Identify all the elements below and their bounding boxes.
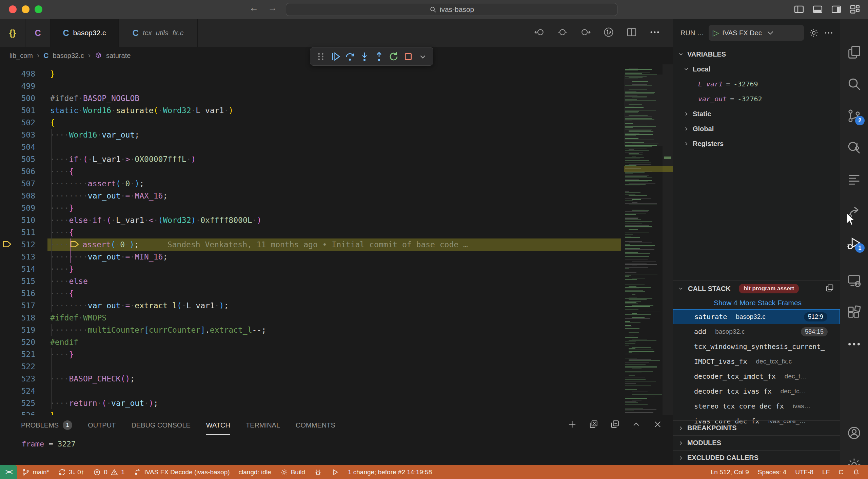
copy-callstack-icon[interactable]	[825, 283, 834, 294]
code-line-502[interactable]: 502{	[0, 117, 624, 129]
stack-frame-row[interactable]: tcx_windowing_synthesis_current_	[673, 339, 840, 354]
remote-indicator[interactable]: ><	[0, 465, 17, 479]
command-center-search[interactable]: ivas-basop	[286, 3, 617, 16]
code-line-515[interactable]: 515····else	[0, 275, 624, 287]
watch-expression-row[interactable]: frame = 3227	[0, 435, 673, 448]
close-all-icon[interactable]	[589, 419, 598, 431]
tab-tcx_utils_fx.c[interactable]: Ctcx_utils_fx.c	[119, 19, 198, 47]
gutter-frame-pointer-icon[interactable]	[2, 240, 12, 249]
variables-group-local[interactable]: Local	[673, 62, 840, 77]
chevron-down-icon[interactable]	[678, 286, 684, 292]
split-editor-icon[interactable]	[626, 26, 637, 39]
start-debug-icon[interactable]: ▷	[713, 28, 719, 38]
history-back-icon[interactable]: ←	[249, 3, 258, 13]
toggle-sidebar-right-icon[interactable]	[831, 4, 842, 16]
code-line-514[interactable]: 514····}	[0, 263, 624, 275]
debug-chevron-down-icon[interactable]	[417, 49, 428, 64]
close-window-button[interactable]	[9, 5, 17, 13]
breadcrumb-folder[interactable]: lib_com	[9, 52, 33, 60]
code-line-525[interactable]: 525····return·(·var_out·);	[0, 397, 624, 409]
section-modules[interactable]: MODULES	[673, 435, 840, 450]
language-mode[interactable]: C	[834, 465, 848, 479]
panel-tab-output[interactable]: OUTPUT	[88, 415, 116, 435]
launch-config-dropdown[interactable]: ▷ IVAS FX Dec	[709, 25, 804, 41]
debug-step-over-icon[interactable]	[344, 49, 355, 64]
close-icon[interactable]	[653, 419, 663, 431]
clangd-status[interactable]: clangd: idle	[234, 465, 276, 479]
section-breakpoints[interactable]: BREAKPOINTS	[673, 420, 840, 435]
cursor-position[interactable]: Ln 512, Col 9	[706, 465, 753, 479]
breadcrumb-file[interactable]: basop32.c	[53, 52, 84, 60]
variables-header[interactable]: VARIABLES	[673, 47, 840, 62]
section-excluded-callers[interactable]: EXCLUDED CALLERS	[673, 450, 840, 465]
show-more-frames-link[interactable]: Show 4 More Stack Frames	[673, 296, 840, 309]
debug-continue-icon[interactable]	[330, 49, 341, 64]
debug-step-out-icon[interactable]	[373, 49, 384, 64]
debug-stop-icon[interactable]	[402, 49, 414, 64]
debug-icon[interactable]: 1	[840, 231, 868, 255]
breadcrumb-symbol[interactable]: saturate	[106, 52, 131, 60]
minimap[interactable]	[624, 64, 663, 415]
code-line-513[interactable]: 513········var_out·=·MIN_16;	[0, 251, 624, 263]
build-status[interactable]: Build	[276, 465, 310, 479]
explorer-icon[interactable]	[840, 40, 868, 64]
debug-session-status[interactable]: IVAS FX Decode (ivas-basop)	[129, 465, 234, 479]
variables-group-static[interactable]: Static	[673, 106, 840, 121]
stack-frame-row[interactable]: IMDCT_ivas_fxdec_tcx_fx.c	[673, 354, 840, 369]
more-icon[interactable]	[840, 332, 868, 356]
stack-frame-row[interactable]: stereo_tcx_core_dec_fxivas…	[673, 399, 840, 414]
code-line-523[interactable]: 523····BASOP_CHECK();	[0, 373, 624, 385]
panel-tab-problems[interactable]: PROBLEMS1	[21, 415, 72, 435]
variables-group-registers[interactable]: Registers	[673, 136, 840, 151]
code-line-520[interactable]: 520#endif	[0, 336, 624, 348]
outline-list-icon[interactable]	[840, 167, 868, 192]
problems-status[interactable]: 0 1	[88, 465, 129, 479]
panel-tab-watch[interactable]: WATCH	[206, 415, 230, 435]
next-change-icon[interactable]	[580, 26, 591, 39]
eol-status[interactable]: LF	[818, 465, 834, 479]
search-icon[interactable]	[840, 72, 868, 96]
code-line-518[interactable]: 518#ifdef·WMOPS	[0, 312, 624, 324]
history-forward-icon[interactable]: →	[268, 3, 277, 13]
panel-tab-debug-console[interactable]: DEBUG CONSOLE	[131, 415, 190, 435]
customize-layout-icon[interactable]	[849, 4, 861, 16]
run-label[interactable]: RUN …	[680, 29, 704, 37]
code-line-507[interactable]: 507········assert(·0·);	[0, 178, 624, 190]
indentation-status[interactable]: Spaces: 4	[753, 465, 791, 479]
code-line-517[interactable]: 517········var_out·=·extract_l(·L_var1·)…	[0, 299, 624, 312]
search-commit-icon[interactable]	[840, 136, 868, 160]
add-icon[interactable]	[567, 419, 577, 431]
more-actions-icon[interactable]	[824, 28, 834, 38]
extensions-icon[interactable]	[840, 300, 868, 325]
collapse-all-icon[interactable]	[610, 419, 620, 431]
tab-pinned-0[interactable]: {}	[0, 19, 25, 47]
account-icon[interactable]	[840, 421, 868, 445]
more-icon[interactable]	[649, 26, 660, 39]
stack-frame-row[interactable]: decoder_tcx_imdct_fxdec_t…	[673, 369, 840, 384]
panel-tab-terminal[interactable]: TERMINAL	[246, 415, 280, 435]
code-line-522[interactable]: 522	[0, 360, 624, 373]
zoom-window-button[interactable]	[35, 5, 42, 13]
code-line-516[interactable]: 516····{	[0, 287, 624, 299]
editor-scrollbar[interactable]	[663, 64, 673, 415]
code-line-501[interactable]: 501static·Word16·saturate(·Word32·L_var1…	[0, 104, 624, 117]
debug-step-into-icon[interactable]	[359, 49, 370, 64]
debug-grip-icon[interactable]	[315, 49, 326, 64]
debug-restart-icon[interactable]	[388, 49, 399, 64]
code-line-508[interactable]: 508········var_out·=·MAX_16;	[0, 190, 624, 202]
code-line-505[interactable]: 505····if·(·L_var1·>·0X00007fffL·)	[0, 153, 624, 165]
toggle-panel-icon[interactable]	[812, 4, 823, 16]
code-line-506[interactable]: 506····{	[0, 165, 624, 178]
tab-pinned-1[interactable]: C	[25, 19, 51, 47]
code-line-510[interactable]: 510····else·if·(·L_var1·<·(Word32)·0xfff…	[0, 214, 624, 226]
change-tracker-status[interactable]: 1 change; before #2 14:19:58	[343, 465, 436, 479]
code-line-499[interactable]: 499	[0, 80, 624, 92]
code-line-500[interactable]: 500#ifdef·BASOP_NOGLOB	[0, 92, 624, 104]
code-line-519[interactable]: 519········multiCounter[currCounter].ext…	[0, 324, 624, 336]
code-line-503[interactable]: 503····Word16·var_out;	[0, 129, 624, 141]
variables-group-global[interactable]: Global	[673, 121, 840, 136]
code-editor[interactable]: 497#endif498}499500#ifdef·BASOP_NOGLOB50…	[0, 64, 673, 415]
cmake-debug-icon[interactable]	[310, 465, 327, 479]
gear-icon[interactable]	[809, 28, 819, 38]
code-line-498[interactable]: 498}	[0, 68, 624, 80]
